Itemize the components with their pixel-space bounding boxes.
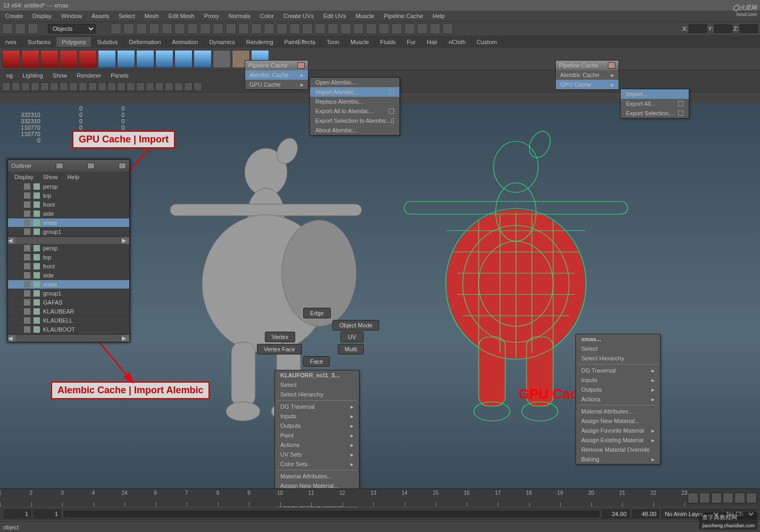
shelf-icon[interactable] xyxy=(21,50,39,68)
pipeline-cache-title[interactable]: Pipeline Cache xyxy=(245,61,308,70)
shelf-tab[interactable]: rves xyxy=(0,37,22,47)
outliner-window[interactable]: Outliner Display Show Help persptopfront… xyxy=(7,159,130,342)
alembic-submenu[interactable]: Open Alembic... Import Alembic... Replac… xyxy=(310,77,400,136)
tool-icon[interactable] xyxy=(289,23,300,34)
vp-tool-icon[interactable] xyxy=(88,82,97,91)
context-menu-item[interactable]: DG Traversal▸ xyxy=(576,366,660,375)
x-field[interactable] xyxy=(689,24,707,33)
context-menu-right[interactable]: xmas...SelectSelect HierarchyDG Traversa… xyxy=(575,334,661,465)
z-field[interactable] xyxy=(740,24,758,33)
vertexface-button[interactable]: Vertex Face xyxy=(257,344,302,354)
menu-pipelinecache[interactable]: Pipeline Cache xyxy=(380,12,428,20)
outliner-item[interactable]: GAFAS xyxy=(8,298,129,307)
submenu-open-alembic[interactable]: Open Alembic... xyxy=(310,78,399,87)
vp-tool-icon[interactable] xyxy=(107,82,116,91)
vp-tool-icon[interactable] xyxy=(184,82,193,91)
pipeline-cache-panel-left[interactable]: Pipeline Cache Alembic Cache▸ GPU Cache▸ xyxy=(245,60,308,90)
shelf-icon[interactable] xyxy=(213,50,231,68)
rewind-start-icon[interactable] xyxy=(688,493,698,503)
forward-end-icon[interactable] xyxy=(746,493,757,503)
submenu-export-selection[interactable]: Export Selection to Alembic... xyxy=(310,116,399,125)
context-menu-item[interactable]: Outputs▸ xyxy=(576,385,660,394)
vp-tool-icon[interactable] xyxy=(174,82,183,91)
vp-tool-icon[interactable] xyxy=(136,82,145,91)
menu-createuvs[interactable]: Create UVs xyxy=(279,12,318,20)
vp-tool-icon[interactable] xyxy=(21,82,30,91)
tool-icon[interactable] xyxy=(149,23,160,34)
vp-menu-lighting[interactable]: Lighting xyxy=(18,71,47,80)
shelf-icon[interactable] xyxy=(98,50,116,68)
tool-icon[interactable] xyxy=(187,23,198,34)
tool-icon[interactable] xyxy=(162,23,172,34)
tool-icon[interactable] xyxy=(251,23,262,34)
pipe-item-alembic[interactable]: Alembic Cache▸ xyxy=(245,70,308,80)
shelf-icon[interactable] xyxy=(136,50,154,68)
tool-icon[interactable] xyxy=(200,23,211,34)
tool-icon[interactable] xyxy=(391,23,402,34)
pipe-item-gpu[interactable]: GPU Cache▸ xyxy=(245,80,308,89)
save-scene-icon[interactable] xyxy=(28,23,38,34)
tool-icon[interactable] xyxy=(136,23,147,34)
vp-menu-renderer[interactable]: Renderer xyxy=(72,71,105,80)
menu-proxy[interactable]: Proxy xyxy=(200,12,223,20)
shelf-tab[interactable]: Fur xyxy=(402,37,422,47)
shelf-icon[interactable] xyxy=(40,50,59,68)
timeline[interactable]: 12342467891011121314151617181920212223 xyxy=(0,488,760,506)
submenu-gpu-export-sel[interactable]: Export Selection... xyxy=(621,108,689,118)
close-icon[interactable] xyxy=(119,163,126,169)
vp-tool-icon[interactable] xyxy=(98,82,106,91)
shelf-icon[interactable] xyxy=(60,50,78,68)
outliner-item[interactable]: xmas xyxy=(8,280,129,289)
tool-icon[interactable] xyxy=(315,23,325,34)
submenu-replace-alembic[interactable]: Replace Alembic... xyxy=(310,97,399,106)
menu-color[interactable]: Color xyxy=(256,12,278,20)
submenu-export-all[interactable]: Export All to Alembic... xyxy=(310,106,399,116)
tool-icon[interactable] xyxy=(404,23,415,34)
outliner-item[interactable]: KLAUBELL xyxy=(8,316,129,325)
outliner-menu-help[interactable]: Help xyxy=(63,173,84,181)
shelf-tab[interactable]: Surfaces xyxy=(22,37,56,47)
shelf-tab[interactable]: Toon xyxy=(321,37,345,47)
outliner-item[interactable]: top xyxy=(8,191,129,200)
pipeline-cache-title[interactable]: Pipeline Cache xyxy=(556,61,619,70)
context-menu-item[interactable]: Paint▸ xyxy=(275,430,359,440)
context-menu-item[interactable]: Select xyxy=(576,344,660,353)
menu-normals[interactable]: Normals xyxy=(224,12,255,20)
shelf-tab[interactable]: Custom xyxy=(472,37,503,47)
shelf-tab[interactable]: Rendering xyxy=(241,37,279,47)
vp-tool-icon[interactable] xyxy=(31,82,39,91)
context-menu-item[interactable]: Actions▸ xyxy=(576,394,660,404)
tool-icon[interactable] xyxy=(366,23,377,34)
tool-icon[interactable] xyxy=(430,23,440,34)
step-back-icon[interactable] xyxy=(699,493,710,503)
vp-tool-icon[interactable] xyxy=(69,82,78,91)
shelf-tab[interactable]: Subdivs xyxy=(91,37,123,47)
playback-start-field[interactable] xyxy=(34,510,61,518)
vp-menu-panels[interactable]: Panels xyxy=(106,71,133,80)
edge-button[interactable]: Edge xyxy=(303,308,331,318)
vp-tool-icon[interactable] xyxy=(165,82,173,91)
context-menu-item[interactable]: Material Attributes... xyxy=(576,407,660,416)
outliner-item[interactable]: KLAUBOOT xyxy=(8,325,129,334)
shelf-tab[interactable]: Hair xyxy=(422,37,444,47)
outliner-item[interactable]: top xyxy=(8,253,129,262)
timeline-ticks[interactable]: 12342467891011121314151617181920212223 xyxy=(0,489,684,506)
vp-menu[interactable]: ng xyxy=(2,71,17,80)
tool-icon[interactable] xyxy=(353,23,364,34)
shelf-tab[interactable]: nCloth xyxy=(444,37,472,47)
menu-create[interactable]: Create xyxy=(1,12,27,20)
tool-icon[interactable] xyxy=(174,23,185,34)
menu-window[interactable]: Window xyxy=(57,12,86,20)
tool-icon[interactable] xyxy=(442,23,453,34)
vp-tool-icon[interactable] xyxy=(40,82,49,91)
context-menu-item[interactable]: Select Hierarchy xyxy=(576,353,660,363)
shelf-icon[interactable] xyxy=(155,50,173,68)
outliner-item[interactable]: persp xyxy=(8,182,129,191)
range-slider[interactable] xyxy=(64,511,599,517)
vp-tool-icon[interactable] xyxy=(155,82,164,91)
outliner-menu-display[interactable]: Display xyxy=(10,173,38,181)
outliner-titlebar[interactable]: Outliner xyxy=(8,160,129,172)
close-icon[interactable] xyxy=(297,62,305,69)
outliner-scrollbar[interactable]: ◀▶ xyxy=(8,334,129,342)
tool-icon[interactable] xyxy=(328,23,338,34)
